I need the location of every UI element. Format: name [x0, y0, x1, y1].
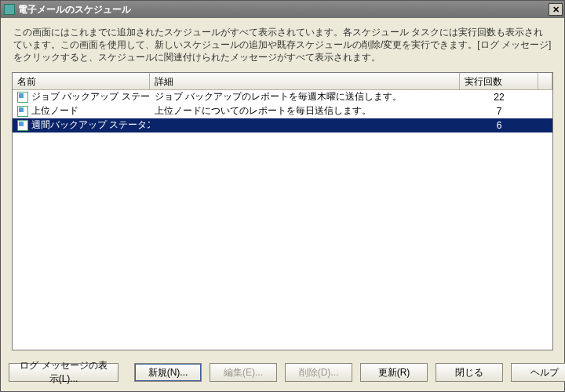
column-header-name[interactable]: 名前 [13, 73, 150, 89]
button-bar: ログ メッセージの表示(L)... 新規(N)... 編集(E)... 削除(D… [1, 357, 564, 391]
update-button[interactable]: 更新(R) [360, 363, 428, 382]
description-text: この画面にはこれまでに追加されたスケジュールがすべて表示されています。各スケジュ… [1, 18, 564, 69]
row-name-text: 週間バックアップ ステータス [31, 118, 150, 132]
new-button[interactable]: 新規(N)... [134, 363, 202, 382]
edit-button: 編集(E)... [210, 363, 277, 382]
close-button[interactable]: 閉じる [436, 363, 503, 382]
column-header-count[interactable]: 実行回数 [460, 73, 538, 89]
table-row[interactable]: 週間バックアップ ステータス6 [13, 118, 552, 132]
row-count-cell: 7 [460, 105, 538, 118]
row-name-cell: 週間バックアップ ステータス [13, 118, 150, 132]
row-detail-cell: 上位ノードについてのレポートを毎日送信します。 [150, 103, 460, 118]
row-name-cell: ジョブ バックアップ ステータス [13, 90, 150, 105]
schedule-icon [17, 106, 28, 117]
schedule-rows: ジョブ バックアップ ステータスジョブ バックアップのレポートを毎週木曜に送信し… [13, 90, 552, 350]
table-row[interactable]: 上位ノード上位ノードについてのレポートを毎日送信します。7 [13, 104, 552, 118]
row-spacer [538, 125, 552, 126]
column-header-detail[interactable]: 詳細 [150, 73, 460, 89]
row-count-cell: 6 [460, 119, 538, 132]
row-count-cell: 22 [460, 91, 538, 103]
table-row[interactable]: ジョブ バックアップ ステータスジョブ バックアップのレポートを毎週木曜に送信し… [13, 90, 552, 104]
row-spacer [538, 111, 552, 112]
column-headers: 名前 詳細 実行回数 [13, 73, 552, 90]
row-name-text: ジョブ バックアップ ステータス [31, 90, 150, 103]
schedule-dialog: 電子メールのスケジュール ✕ この画面にはこれまでに追加されたスケジュールがすべ… [0, 0, 565, 392]
row-name-text: 上位ノード [31, 104, 78, 118]
row-name-cell: 上位ノード [13, 103, 150, 118]
schedule-icon [17, 120, 28, 131]
log-messages-button[interactable]: ログ メッセージの表示(L)... [9, 363, 118, 382]
window-title: 電子メールのスケジュール [18, 3, 549, 16]
row-detail-cell [150, 125, 460, 126]
schedule-list: 名前 詳細 実行回数 ジョブ バックアップ ステータスジョブ バックアップのレポ… [12, 72, 553, 350]
delete-button: 削除(D)... [285, 363, 352, 382]
row-detail-cell: ジョブ バックアップのレポートを毎週木曜に送信します。 [150, 90, 460, 105]
app-icon [4, 4, 15, 15]
close-icon[interactable]: ✕ [549, 3, 563, 16]
row-spacer [538, 96, 552, 98]
column-header-spacer [538, 73, 552, 89]
titlebar: 電子メールのスケジュール ✕ [1, 1, 564, 18]
schedule-icon [17, 92, 28, 103]
help-button[interactable]: ヘルプ [511, 363, 565, 382]
